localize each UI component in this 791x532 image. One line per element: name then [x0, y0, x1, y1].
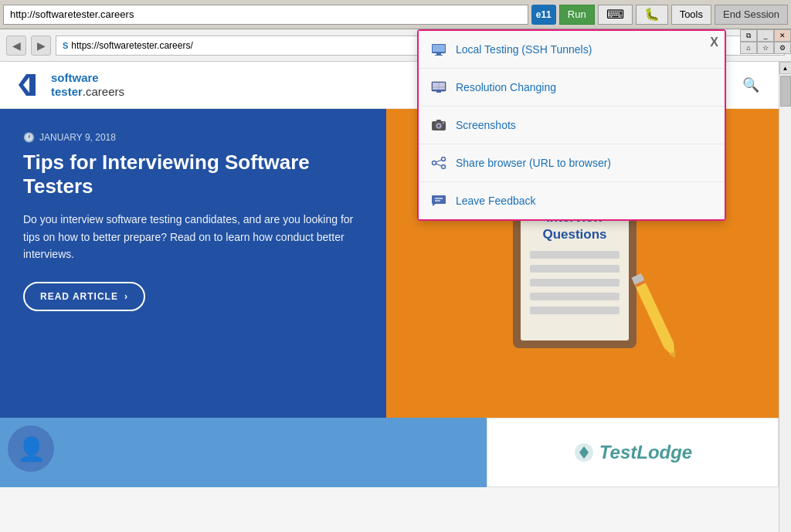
svg-rect-16: [436, 91, 441, 93]
hero-left-card: 🕐 JANUARY 9, 2018 Tips for Interviewing …: [0, 109, 386, 418]
dropdown-item-screenshots[interactable]: Screenshots: [419, 107, 725, 144]
url-input[interactable]: [3, 5, 528, 25]
bottom-section: 👤 TestLodge: [0, 418, 779, 487]
svg-point-20: [438, 125, 440, 127]
clipboard-line-1: [530, 251, 620, 259]
search-button[interactable]: 🔍: [738, 73, 763, 97]
keyboard-icon: ⌨: [606, 7, 624, 22]
svg-line-26: [436, 160, 442, 162]
forward-button[interactable]: ▶: [31, 36, 51, 56]
logo-text: software tester.careers: [51, 71, 124, 99]
dropdown-item-leave-feedback[interactable]: Leave Feedback: [419, 182, 725, 219]
svg-rect-2: [635, 280, 674, 347]
read-article-button[interactable]: READ ARTICLE ›: [23, 282, 145, 311]
window-controls: ⧉ _ ✕ ⌂ ☆ ⚙: [740, 29, 791, 54]
resolution-label[interactable]: Resolution Changing: [456, 81, 556, 93]
window-controls-row1: ⧉ _ ✕: [740, 29, 791, 42]
hero-description: Do you interview software testing candid…: [23, 211, 363, 263]
dropdown-item-resolution[interactable]: Resolution Changing: [419, 69, 725, 107]
share-browser-label[interactable]: Share browser (URL to browser): [456, 157, 611, 169]
svg-rect-9: [433, 45, 445, 52]
bug-icon: 🐛: [644, 7, 660, 22]
window-home-btn[interactable]: ⌂: [740, 42, 757, 54]
svg-point-25: [442, 165, 446, 169]
window-min-btn[interactable]: _: [757, 29, 774, 42]
resolution-icon: [431, 80, 446, 95]
bottom-right-card: TestLodge: [487, 418, 779, 487]
svg-point-23: [433, 161, 436, 165]
testlodge-icon: [573, 442, 595, 463]
person-icon: 👤: [17, 435, 46, 463]
end-session-button[interactable]: End Session: [715, 5, 788, 25]
svg-rect-11: [435, 55, 443, 56]
dropdown-item-share-browser[interactable]: Share browser (URL to browser): [419, 144, 725, 182]
window-copy-btn[interactable]: ⧉: [740, 29, 757, 42]
hero-title: Tips for Interviewing Software Testers: [23, 151, 363, 198]
scrollbar[interactable]: ▲: [779, 62, 791, 532]
screenshots-label[interactable]: Screenshots: [456, 119, 516, 131]
svg-rect-10: [436, 53, 441, 55]
browser-s-icon: S: [63, 41, 68, 50]
testlodge-text: TestLodge: [599, 442, 692, 463]
window-controls-row2: ⌂ ☆ ⚙: [740, 42, 791, 54]
ie-badge: e11: [531, 5, 556, 25]
leave-feedback-label[interactable]: Leave Feedback: [456, 195, 536, 207]
top-toolbar: e11 Run ⌨ 🐛 Tools End Session: [0, 0, 791, 29]
clipboard-line-4: [530, 293, 620, 300]
clipboard-line-3: [530, 279, 620, 286]
svg-point-22: [443, 122, 444, 124]
site-logo: software tester.careers: [15, 71, 124, 99]
window-gear-btn[interactable]: ⚙: [774, 42, 791, 54]
local-testing-icon: [431, 42, 446, 57]
logo-svg: [15, 71, 43, 99]
scroll-up-button[interactable]: ▲: [779, 62, 792, 74]
svg-point-24: [442, 158, 446, 161]
dropdown-close-button[interactable]: X: [710, 36, 718, 49]
dropdown-item-local-testing[interactable]: Local Testing (SSH Tunnels): [419, 31, 725, 69]
window-close-btn[interactable]: ✕: [774, 29, 791, 42]
tools-dropdown: X Local Testing (SSH Tunnels) Resolution…: [417, 29, 726, 221]
hero-date: 🕐 JANUARY 9, 2018: [23, 132, 363, 143]
clock-icon: 🕐: [23, 132, 35, 143]
share-icon: [431, 155, 446, 171]
bottom-left-card: 👤: [0, 418, 487, 487]
person-illustration: 👤: [0, 418, 487, 479]
arrow-icon: ›: [124, 291, 128, 302]
testlodge-logo: TestLodge: [573, 442, 692, 463]
svg-line-27: [436, 164, 442, 166]
clipboard-line-5: [530, 307, 620, 314]
clipboard-paper: Interview Questions: [521, 202, 629, 341]
feedback-icon: [431, 193, 446, 208]
keyboard-button[interactable]: ⌨: [598, 5, 633, 25]
run-button[interactable]: Run: [559, 5, 595, 25]
clipboard-line-2: [530, 265, 620, 273]
tools-button[interactable]: Tools: [671, 5, 711, 25]
person-avatar: 👤: [8, 425, 54, 472]
svg-rect-21: [436, 120, 441, 122]
window-star-btn[interactable]: ☆: [757, 42, 774, 54]
bug-button[interactable]: 🐛: [636, 5, 668, 25]
local-testing-label[interactable]: Local Testing (SSH Tunnels): [456, 43, 592, 56]
search-icon: 🔍: [742, 76, 759, 93]
camera-icon: [431, 117, 446, 133]
scroll-thumb[interactable]: [780, 76, 791, 107]
back-button[interactable]: ◀: [6, 36, 26, 56]
